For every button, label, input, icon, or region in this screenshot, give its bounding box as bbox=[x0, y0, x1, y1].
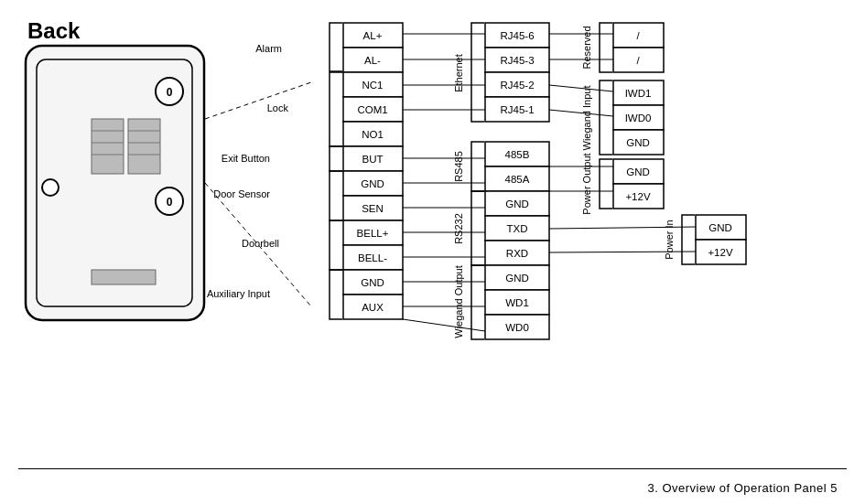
svg-rect-15 bbox=[92, 270, 156, 284]
svg-text:IWD0: IWD0 bbox=[625, 113, 652, 123]
svg-text:BELL-: BELL- bbox=[358, 252, 387, 263]
svg-text:WD1: WD1 bbox=[505, 297, 529, 308]
svg-text:GND: GND bbox=[505, 273, 529, 284]
svg-text:GND: GND bbox=[708, 222, 732, 233]
svg-line-16 bbox=[205, 82, 311, 119]
svg-text:RJ45-6: RJ45-6 bbox=[500, 30, 534, 41]
svg-text:RS232: RS232 bbox=[453, 213, 464, 244]
svg-text:AL-: AL- bbox=[364, 55, 381, 66]
svg-text:Power In: Power In bbox=[664, 220, 675, 259]
svg-text:0: 0 bbox=[167, 86, 173, 99]
svg-text:GND: GND bbox=[361, 178, 384, 189]
svg-text:RJ45-1: RJ45-1 bbox=[500, 104, 534, 115]
svg-text:+12V: +12V bbox=[708, 247, 733, 258]
svg-text:WD0: WD0 bbox=[505, 322, 529, 333]
svg-text:Doorbell: Doorbell bbox=[242, 238, 279, 249]
svg-text:RS485: RS485 bbox=[453, 151, 464, 182]
svg-text:NO1: NO1 bbox=[362, 129, 384, 140]
svg-text:Reserved: Reserved bbox=[581, 26, 592, 69]
svg-text:Alarm: Alarm bbox=[255, 43, 282, 54]
footer-text: 3. Overview of Operation Panel 5 bbox=[648, 481, 838, 495]
svg-line-88 bbox=[403, 319, 485, 331]
svg-text:RJ45-2: RJ45-2 bbox=[500, 80, 534, 91]
svg-text:GND: GND bbox=[505, 198, 529, 209]
bottom-divider bbox=[18, 468, 847, 469]
svg-text:+12V: +12V bbox=[625, 191, 651, 202]
svg-text:GND: GND bbox=[361, 277, 384, 288]
page-container: Back 0 0 AL+ bbox=[0, 0, 865, 504]
svg-text:Door Sensor: Door Sensor bbox=[213, 188, 270, 199]
svg-text:485A: 485A bbox=[505, 174, 530, 185]
svg-text:485B: 485B bbox=[505, 149, 530, 160]
svg-rect-7 bbox=[92, 119, 124, 174]
svg-text:RXD: RXD bbox=[506, 248, 528, 259]
svg-text:NC1: NC1 bbox=[362, 80, 383, 91]
svg-text:IWD1: IWD1 bbox=[625, 88, 652, 99]
svg-text:AUX: AUX bbox=[362, 302, 384, 313]
svg-text:GND: GND bbox=[626, 166, 650, 177]
svg-text:GND: GND bbox=[626, 137, 650, 148]
svg-rect-11 bbox=[128, 119, 160, 174]
svg-text:Power Output: Power Output bbox=[581, 153, 592, 214]
svg-text:Auxiliary Input: Auxiliary Input bbox=[207, 288, 270, 299]
svg-text:COM1: COM1 bbox=[357, 104, 387, 115]
svg-text:Wiegand Input: Wiegand Input bbox=[581, 86, 592, 151]
svg-point-4 bbox=[42, 179, 59, 196]
svg-text:BUT: BUT bbox=[362, 154, 384, 165]
main-diagram: 0 0 AL+ AL- NC1 COM1 bbox=[0, 0, 865, 504]
svg-text:Exit Button: Exit Button bbox=[222, 153, 270, 164]
svg-text:RJ45-3: RJ45-3 bbox=[500, 55, 534, 66]
svg-text:SEN: SEN bbox=[362, 203, 384, 214]
svg-text:TXD: TXD bbox=[507, 223, 528, 234]
svg-text:AL+: AL+ bbox=[363, 30, 383, 41]
svg-text:BELL+: BELL+ bbox=[357, 228, 389, 239]
svg-text:0: 0 bbox=[167, 196, 173, 209]
svg-text:Lock: Lock bbox=[267, 102, 289, 113]
